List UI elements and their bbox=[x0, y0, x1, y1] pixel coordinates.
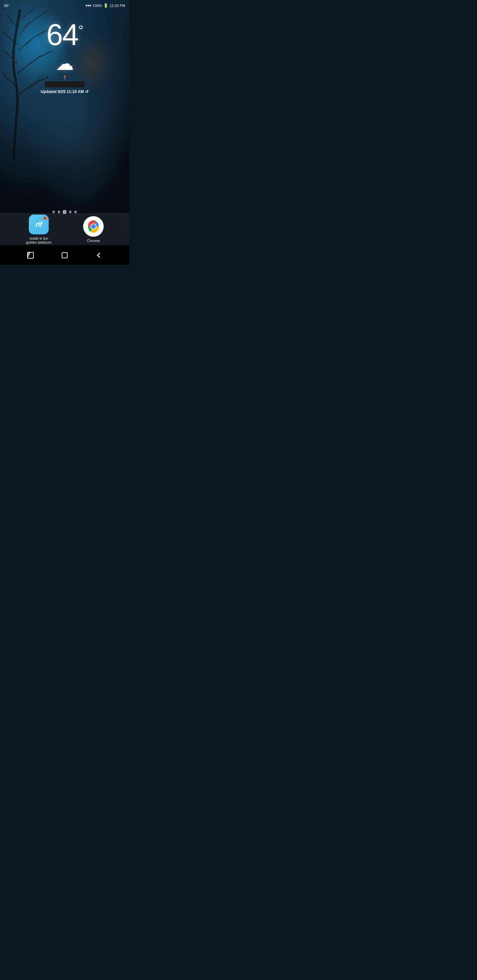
weather-updated-text: Updated 9/29 11:10 AM ↺ bbox=[41, 89, 88, 94]
weather-cloud-icon: ☁ bbox=[56, 55, 74, 73]
nav-recent-button[interactable] bbox=[57, 248, 72, 262]
degree-symbol: ° bbox=[78, 23, 83, 37]
rif-notification-badge bbox=[43, 216, 47, 220]
app-dock: rif reddit is fun golden platinum bbox=[0, 213, 129, 245]
svg-rect-4 bbox=[62, 253, 67, 258]
navigation-bar bbox=[0, 246, 129, 265]
refresh-icon[interactable]: ↺ bbox=[85, 89, 88, 94]
location-name-redacted bbox=[45, 81, 85, 88]
nav-menu-button[interactable] bbox=[23, 248, 38, 262]
location-pin-icon: 📍 bbox=[62, 75, 67, 80]
rif-icon-text: rif bbox=[36, 220, 42, 229]
page-indicators bbox=[0, 210, 129, 213]
page-dot-4[interactable] bbox=[69, 210, 72, 213]
chrome-app-label: Chrome bbox=[87, 239, 100, 243]
page-dot-1[interactable] bbox=[52, 210, 55, 213]
battery-icon: 🔋 bbox=[103, 3, 108, 8]
clock-time: 12:24 PM bbox=[110, 4, 125, 8]
ambient-temp: 68° bbox=[4, 4, 10, 8]
battery-percent: 100% bbox=[93, 4, 102, 8]
nav-back-button[interactable] bbox=[91, 248, 106, 262]
rif-icon[interactable]: rif bbox=[29, 215, 49, 234]
app-item-rif[interactable]: rif reddit is fun golden platinum bbox=[26, 215, 52, 244]
page-dot-2[interactable] bbox=[57, 210, 60, 213]
temperature-display: 64° bbox=[46, 20, 83, 50]
wifi-icon: ▾▾▾ bbox=[85, 3, 91, 8]
chrome-icon[interactable] bbox=[83, 216, 104, 237]
status-icons: ▾▾▾ 100% 🔋 12:24 PM bbox=[85, 3, 125, 8]
page-dot-5[interactable] bbox=[74, 210, 77, 213]
rif-app-label: reddit is fun golden platinum bbox=[26, 236, 52, 244]
page-dot-home[interactable] bbox=[63, 210, 66, 213]
weather-widget: 64° ☁ 📍 Updated 9/29 11:10 AM ↺ bbox=[0, 20, 129, 94]
updated-label: Updated 9/29 11:10 AM bbox=[41, 89, 84, 94]
temperature-value: 64 bbox=[46, 18, 78, 51]
status-bar: 68° ▾▾▾ 100% 🔋 12:24 PM bbox=[0, 0, 129, 9]
svg-point-2 bbox=[91, 224, 96, 229]
app-item-chrome[interactable]: Chrome bbox=[83, 216, 104, 243]
